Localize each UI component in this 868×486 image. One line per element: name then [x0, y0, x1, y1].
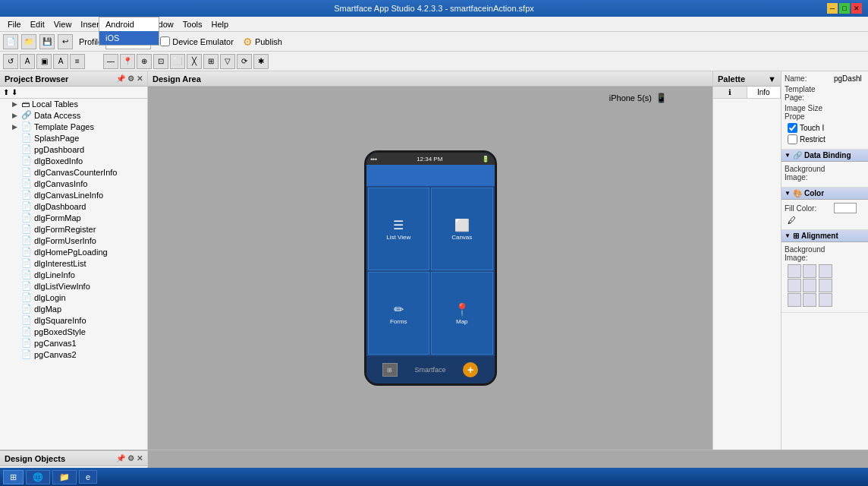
minimize-button[interactable]: ─	[827, 3, 838, 14]
tree-dlg-line-info[interactable]: 📄 dlgLineInfo	[0, 269, 147, 280]
align-tc[interactable]	[803, 264, 816, 278]
align-br[interactable]	[819, 293, 832, 307]
pb-icon-close[interactable]: ✕	[137, 74, 143, 83]
tree-dlg-form-user[interactable]: 📄 dlgFormUserInfo	[0, 235, 147, 246]
tree-dlg-canvas-info[interactable]: 📄 dlgCanvasInfo	[0, 178, 147, 189]
align-tr[interactable]	[819, 264, 832, 278]
menu-view[interactable]: View	[49, 18, 77, 30]
align-mr[interactable]	[819, 279, 832, 292]
toolbar2-btn6[interactable]: —	[103, 54, 118, 69]
menu-tools[interactable]: Tools	[178, 18, 207, 30]
align-tl[interactable]	[788, 264, 801, 278]
toolbar2-btn14[interactable]: ⟳	[237, 54, 252, 69]
main-area: Project Browser 📌 ⚙ ✕ ⬆ ⬇ ▶ 🗃 Local Tabl…	[0, 71, 868, 450]
toolbar-btn-undo[interactable]: ↩	[58, 34, 73, 49]
prop-name-row: Name: pgDashl	[785, 74, 865, 83]
tree-pg-canvas2[interactable]: 📄 pgCanvas2	[0, 349, 147, 360]
taskbar-chrome[interactable]: 🌐	[26, 470, 50, 484]
tree-dlg-square[interactable]: 📄 dlgSquareInfo	[0, 314, 147, 326]
do-settings-icon[interactable]: ⚙	[127, 454, 134, 462]
toolbar2-btn2[interactable]: A	[20, 54, 35, 69]
toolbar2-btn12[interactable]: ⊞	[203, 54, 219, 69]
profile-dropdown[interactable]: Android iOS	[99, 17, 159, 46]
toolbar2-btn11[interactable]: ╳	[187, 54, 202, 69]
align-bc[interactable]	[803, 293, 816, 307]
palette-arrow: ▼	[768, 74, 776, 84]
toolbar2-btn10[interactable]: ⬜	[170, 54, 185, 69]
color-header[interactable]: ▼ 🎨 Color	[782, 188, 868, 200]
color-section: Fill Color: 🖊	[782, 200, 868, 230]
palette-tab-info[interactable]: ℹ	[713, 87, 747, 98]
align-ml[interactable]	[788, 279, 801, 292]
tree-splash-page[interactable]: 📄 SplashPage	[0, 132, 147, 144]
pb-nav-up[interactable]: ⬆	[3, 88, 9, 96]
fill-color-swatch[interactable]	[834, 203, 857, 213]
toolbar2-btn8[interactable]: ⊕	[137, 54, 152, 69]
toolbar-btn-save[interactable]: 💾	[39, 34, 55, 49]
taskbar-ie[interactable]: e	[79, 470, 97, 484]
tree-template-pages[interactable]: ▶ 📄 Template Pages	[0, 121, 147, 132]
tree-dlg-home-pg[interactable]: 📄 dlgHomePgLoading	[0, 246, 147, 257]
toolbar2-btn1[interactable]: ↺	[3, 54, 18, 69]
toolbar-btn-open[interactable]: 📁	[21, 34, 36, 49]
toolbar2-btn3[interactable]: ▣	[36, 54, 52, 69]
tree-dlg-list-view[interactable]: 📄 dlgListViewInfo	[0, 280, 147, 292]
alignment-grid	[788, 264, 833, 307]
tree-dlg-canvas-line[interactable]: 📄 dlgCanvasLineInfo	[0, 189, 147, 200]
alignment-label: Alignment	[801, 232, 838, 240]
restrict-checkbox[interactable]	[788, 134, 797, 144]
title-bar: Smartface App Studio 4.2.3.3 - smartface…	[0, 0, 868, 17]
device-icon: 📱	[656, 93, 667, 103]
tree-dlg-boxed-info[interactable]: 📄 dlgBoxedInfo	[0, 155, 147, 166]
touch-checkbox[interactable]	[788, 123, 797, 133]
dropdown-android[interactable]: Android	[99, 17, 159, 31]
menu-edit[interactable]: Edit	[26, 18, 49, 30]
toolbar-btn-new[interactable]: 📄	[3, 34, 18, 49]
align-bl[interactable]	[788, 293, 801, 307]
pb-icon-settings[interactable]: ⚙	[127, 74, 134, 83]
tree-dlg-form-map[interactable]: 📄 dlgFormMap	[0, 212, 147, 223]
color-picker-row[interactable]: 🖊	[788, 216, 862, 225]
toolbar2-btn13[interactable]: ▽	[220, 54, 235, 69]
tree-data-access[interactable]: ▶ 🔗 Data Access	[0, 109, 147, 121]
dropdown-ios[interactable]: iOS	[99, 31, 159, 45]
do-pin-icon[interactable]: 📌	[116, 454, 125, 462]
tree-pg-dashboard[interactable]: 📄 pgDashboard	[0, 144, 147, 155]
tree-local-tables[interactable]: ▶ 🗃 Local Tables	[0, 99, 147, 109]
toolbar2-btn9[interactable]: ⊡	[153, 54, 168, 69]
publish-button[interactable]: ⚙ Publish	[243, 36, 282, 48]
phone-add-button[interactable]: +	[463, 362, 478, 377]
pb-icon-pin[interactable]: 📌	[116, 74, 125, 83]
palette-panel: Palette ▼ ℹ Info	[712, 71, 781, 450]
close-button[interactable]: ✕	[851, 3, 862, 14]
tree-pg-canvas1[interactable]: 📄 pgCanvas1	[0, 337, 147, 349]
maximize-button[interactable]: □	[839, 3, 850, 14]
taskbar-folder[interactable]: 📁	[52, 470, 77, 484]
toolbar2-btn5[interactable]: ≡	[70, 54, 85, 69]
tree-dlg-canvas-counter[interactable]: 📄 dlgCanvasCounterInfo	[0, 166, 147, 178]
tree-dlg-login[interactable]: 📄 dlgLogin	[0, 292, 147, 303]
menu-help[interactable]: Help	[206, 18, 233, 30]
phone-img-placeholder: ⊞	[382, 363, 398, 377]
tree-dlg-map[interactable]: 📄 dlgMap	[0, 303, 147, 314]
design-canvas[interactable]: iPhone 5(s) 📱 ▪▪▪ 12:34 PM 🔋	[148, 87, 712, 450]
pb-nav-down[interactable]: ⬇	[11, 88, 17, 96]
palette-tab-props[interactable]: Info	[747, 87, 782, 98]
tree-dlg-interest[interactable]: 📄 dlgInterestList	[0, 257, 147, 269]
tree-dlg-dashboard[interactable]: 📄 dlgDashboard	[0, 200, 147, 212]
taskbar: ⊞ 🌐 📁 e	[0, 468, 868, 486]
design-area: Design Area iPhone 5(s) 📱 ▪▪▪ 12:34 PM 🔋	[148, 71, 712, 450]
align-mc[interactable]	[803, 279, 816, 292]
alignment-header[interactable]: ▼ ⊞ Alignment	[782, 230, 868, 242]
tree-pg-boxed[interactable]: 📄 pgBoxedStyle	[0, 326, 147, 337]
start-button[interactable]: ⊞	[3, 470, 24, 484]
menu-file[interactable]: File	[3, 18, 26, 30]
data-binding-header[interactable]: ▼ 🔗 Data Binding	[782, 150, 868, 162]
toolbar2-btn15[interactable]: ✱	[253, 54, 269, 69]
grid-cell-listview: ☰ List View	[368, 188, 430, 270]
toolbar2-btn7[interactable]: 📍	[120, 54, 135, 69]
tree-dlg-form-register[interactable]: 📄 dlgFormRegister	[0, 223, 147, 235]
do-close-icon[interactable]: ✕	[137, 454, 143, 462]
device-emulator-checkbox[interactable]	[160, 36, 170, 46]
toolbar2-btn4[interactable]: A	[53, 54, 68, 69]
